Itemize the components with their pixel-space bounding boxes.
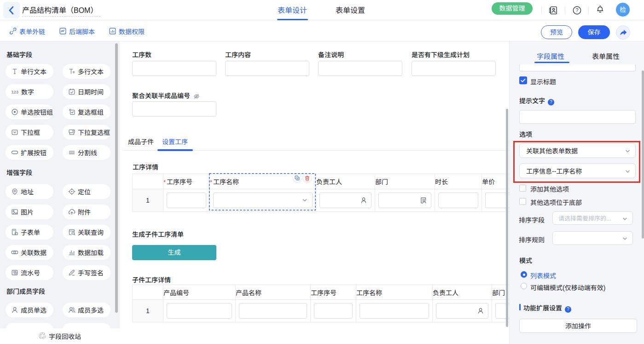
svg-text:?: ? — [575, 7, 578, 13]
svg-text:123: 123 — [12, 89, 18, 94]
